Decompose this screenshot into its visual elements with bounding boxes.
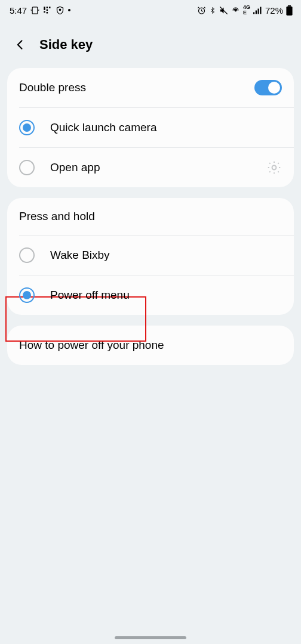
svg-rect-6	[47, 12, 48, 14]
page-header: Side key	[0, 20, 301, 68]
option-label: Open app	[50, 161, 251, 174]
hotspot-icon	[231, 6, 240, 15]
section-press-and-hold: Press and hold Wake Bixby Power off menu	[7, 198, 294, 315]
radio-icon	[19, 160, 35, 175]
mute-icon	[219, 6, 228, 15]
shield-icon	[56, 6, 64, 15]
svg-rect-1	[44, 7, 45, 10]
svg-rect-13	[257, 8, 259, 14]
back-icon[interactable]	[14, 39, 26, 51]
rotation-lock-icon	[30, 6, 39, 15]
network-type-icon: 4GE	[243, 5, 250, 16]
svg-rect-12	[256, 10, 257, 14]
option-label: Wake Bixby	[50, 249, 282, 262]
home-indicator[interactable]	[115, 636, 186, 639]
svg-point-7	[59, 9, 61, 11]
option-open-app[interactable]: Open app	[19, 147, 294, 187]
status-time: 5:47	[10, 5, 27, 16]
svg-rect-5	[44, 11, 45, 13]
svg-rect-14	[260, 7, 261, 14]
alarm-icon	[197, 6, 206, 15]
option-power-off-menu[interactable]: Power off menu	[19, 275, 294, 315]
svg-rect-3	[47, 9, 48, 11]
svg-rect-2	[47, 7, 48, 8]
notification-dot	[68, 9, 70, 11]
battery-icon	[286, 5, 293, 16]
battery-percentage: 72%	[265, 5, 283, 16]
double-press-toggle[interactable]	[254, 80, 282, 95]
how-to-power-off-link[interactable]: How to power off your phone	[7, 326, 294, 365]
app-icon	[43, 6, 52, 15]
svg-rect-4	[49, 7, 51, 8]
press-hold-label: Press and hold	[19, 210, 95, 223]
gear-icon[interactable]	[266, 160, 282, 175]
option-label: Power off menu	[50, 289, 282, 302]
status-bar: 5:47 4GE 72%	[0, 0, 301, 20]
option-wake-bixby[interactable]: Wake Bixby	[19, 235, 294, 275]
radio-icon	[19, 287, 35, 303]
section-double-press: Double press Quick launch camera Open ap…	[7, 68, 294, 187]
svg-rect-11	[253, 12, 254, 14]
signal-icon	[253, 7, 262, 14]
page-title: Side key	[39, 37, 93, 52]
svg-rect-16	[286, 6, 292, 15]
option-label: Quick launch camera	[50, 121, 282, 134]
svg-rect-0	[32, 7, 38, 13]
option-quick-launch-camera[interactable]: Quick launch camera	[19, 107, 294, 147]
radio-icon	[19, 120, 35, 135]
link-label: How to power off your phone	[19, 339, 164, 351]
double-press-label: Double press	[19, 81, 86, 94]
svg-rect-15	[288, 5, 291, 7]
radio-icon	[19, 247, 35, 263]
bluetooth-icon	[209, 6, 216, 15]
svg-point-10	[235, 10, 236, 11]
svg-point-17	[272, 166, 277, 170]
